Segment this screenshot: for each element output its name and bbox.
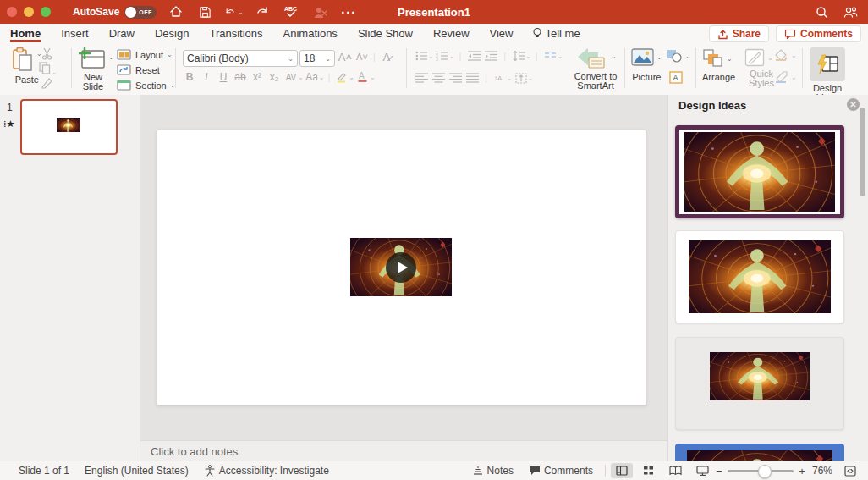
close-design-ideas-icon[interactable]: ✕ xyxy=(847,98,860,111)
tab-view[interactable]: View xyxy=(490,25,514,42)
comments-button[interactable]: Comments xyxy=(776,25,861,42)
bullets-button xyxy=(413,49,430,63)
format-painter-button xyxy=(41,77,53,91)
arrange-dropdown-chevron[interactable]: ⌄ xyxy=(727,55,733,63)
slide-number: 1 xyxy=(7,102,13,113)
convert-smartart-button[interactable]: ⌄ xyxy=(574,47,617,69)
fit-slide-to-window-button[interactable] xyxy=(839,463,861,478)
new-slide-dropdown-chevron[interactable]: ⌄ xyxy=(108,53,114,61)
layout-dropdown-chevron[interactable]: ⌄ xyxy=(167,51,173,58)
slide-indicator: Slide 1 of 1 xyxy=(19,465,69,477)
text-box-button[interactable]: A xyxy=(669,71,683,86)
tab-transitions[interactable]: Transitions xyxy=(209,25,262,42)
tab-review[interactable]: Review xyxy=(433,25,470,42)
accessibility-status[interactable]: Accessibility: Investigate xyxy=(204,465,329,477)
font-size-value: 18 xyxy=(304,52,315,64)
paste-label: Paste xyxy=(12,75,42,85)
design-idea-2[interactable] xyxy=(675,230,844,323)
svg-text:3: 3 xyxy=(436,57,438,61)
align-center-button xyxy=(430,71,447,85)
svg-text:A: A xyxy=(673,74,678,82)
minimize-window-button[interactable] xyxy=(24,7,34,17)
more-commands-icon[interactable]: ··· xyxy=(339,3,358,21)
font-size-combo[interactable]: 18 ⌄ xyxy=(299,50,335,67)
tab-home[interactable]: Home xyxy=(10,25,41,42)
underline-button: U xyxy=(215,70,232,84)
comment-icon xyxy=(784,29,796,40)
smartart-dropdown-chevron[interactable]: ⌄ xyxy=(611,52,617,60)
tab-tell-me[interactable]: Tell me xyxy=(532,25,580,42)
autosave-toggle[interactable]: OFF xyxy=(124,6,157,19)
reset-button[interactable]: Reset xyxy=(117,64,160,75)
design-idea-1[interactable] xyxy=(675,125,844,218)
picture-button[interactable]: ⌄ Picture xyxy=(631,48,662,82)
normal-view-button[interactable] xyxy=(611,463,633,478)
slide-video-object[interactable] xyxy=(350,238,452,296)
share-icon xyxy=(717,29,728,40)
arrange-button[interactable]: ⌄ Arrange xyxy=(702,48,735,82)
design-idea-4[interactable] xyxy=(675,444,844,461)
design-panel-scrollbar[interactable] xyxy=(860,108,865,196)
paste-clipboard-icon xyxy=(12,47,34,72)
paragraph-row-1: ⌄ 123 ⌄ | | ⌄ | ⌄ xyxy=(413,49,563,63)
save-icon[interactable] xyxy=(195,3,214,21)
svg-text:↕A: ↕A xyxy=(494,74,503,82)
animation-star-icon: ⁞★ xyxy=(3,119,14,130)
share-people-icon[interactable] xyxy=(841,3,860,21)
zoom-slider-knob[interactable] xyxy=(758,465,772,478)
home-icon[interactable] xyxy=(167,3,185,21)
reading-view-button[interactable] xyxy=(665,463,687,478)
paste-button[interactable]: ⌄ Paste xyxy=(12,47,42,85)
shapes-button[interactable]: ⌄ xyxy=(667,49,691,63)
notes-pane[interactable]: Click to add notes xyxy=(140,440,668,461)
subscript-button: x₂ xyxy=(266,70,283,84)
video-play-button[interactable] xyxy=(386,252,416,283)
undo-button[interactable]: ⌄ xyxy=(224,3,243,21)
font-size-chevron: ⌄ xyxy=(321,55,331,63)
zoom-out-button[interactable]: − xyxy=(714,465,724,477)
tab-slide-show[interactable]: Slide Show xyxy=(358,25,413,42)
share-button[interactable]: Share xyxy=(709,25,769,42)
autosave-control[interactable]: AutoSave OFF xyxy=(73,6,157,19)
slide-sorter-view-button[interactable] xyxy=(638,463,660,478)
tab-animations[interactable]: Animations xyxy=(283,25,338,42)
comments-toggle[interactable]: Comments xyxy=(529,465,593,477)
close-window-button[interactable] xyxy=(7,7,17,17)
shrink-font-button: A˅ xyxy=(354,50,371,63)
line-spacing-button xyxy=(510,49,527,63)
tab-design[interactable]: Design xyxy=(155,25,189,42)
search-icon[interactable] xyxy=(812,3,831,21)
undo-dropdown-chevron[interactable]: ⌄ xyxy=(238,8,244,16)
new-slide-button[interactable]: ⌄ New Slide xyxy=(78,47,114,91)
numbering-button: 123 xyxy=(434,49,451,63)
slideshow-view-button[interactable] xyxy=(692,463,714,478)
tab-insert[interactable]: Insert xyxy=(61,25,89,42)
redo-button[interactable] xyxy=(253,3,272,21)
shapes-dropdown-chevron[interactable]: ⌄ xyxy=(685,52,691,60)
reset-icon xyxy=(117,64,131,75)
slide-thumbnail-image xyxy=(57,118,80,132)
design-idea-3[interactable] xyxy=(675,337,844,430)
spell-check-icon[interactable]: ABC xyxy=(282,3,300,21)
slide-thumbnail-1[interactable] xyxy=(20,99,118,155)
tell-me-label: Tell me xyxy=(546,27,580,40)
section-button[interactable]: Section ⌄ xyxy=(117,80,175,91)
zoom-percentage[interactable]: 76% xyxy=(812,465,832,477)
zoom-window-button[interactable] xyxy=(41,7,51,17)
notes-toggle[interactable]: Notes xyxy=(472,465,514,477)
reading-view-icon xyxy=(669,466,682,476)
cut-button xyxy=(41,47,53,62)
zoom-slider[interactable] xyxy=(728,470,794,472)
comments-status-icon xyxy=(529,466,541,476)
tab-draw[interactable]: Draw xyxy=(109,25,135,42)
share-button-label: Share xyxy=(733,28,761,40)
picture-dropdown-chevron[interactable]: ⌄ xyxy=(656,53,662,61)
zoom-in-button[interactable]: + xyxy=(797,465,807,477)
clear-formatting-button: A̷ xyxy=(378,50,395,63)
font-name-combo[interactable]: Calibri (Body) ⌄ xyxy=(183,50,298,67)
language-selector[interactable]: English (United States) xyxy=(85,465,189,477)
autosave-toggle-knob xyxy=(125,7,136,18)
shape-outline-button: ⌄ xyxy=(775,71,797,83)
layout-button[interactable]: Layout ⌄ xyxy=(117,49,173,60)
quick-styles-button: ⌄ Quick Styles xyxy=(744,48,778,88)
